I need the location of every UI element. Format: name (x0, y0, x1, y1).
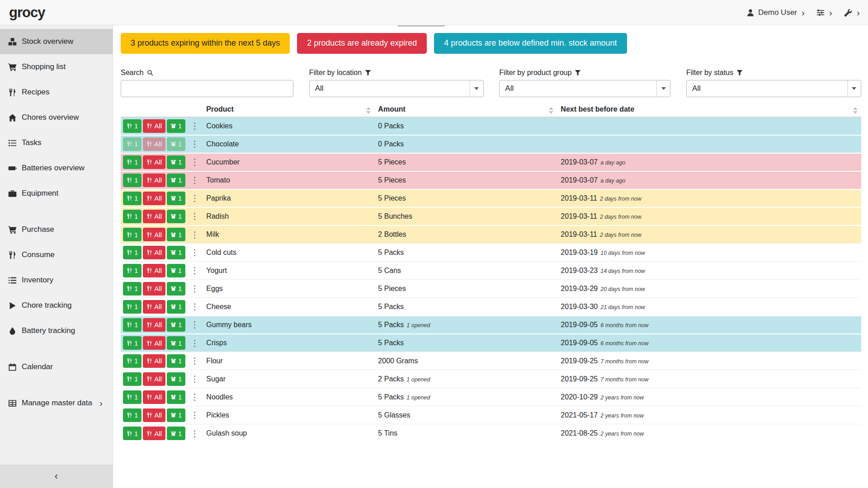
consume-one-button[interactable]: 1 (123, 174, 142, 187)
user-menu[interactable]: Demo User › (746, 8, 805, 17)
open-product-button[interactable]: 1 (167, 427, 185, 440)
consume-all-button[interactable]: All (143, 427, 165, 440)
consume-one-button[interactable]: 1 (123, 282, 142, 296)
sidebar-item-battery-tracking[interactable]: Battery tracking (0, 318, 113, 343)
grocy-logo[interactable]: grocy (9, 5, 45, 21)
open-product-button[interactable]: 1 (167, 228, 185, 241)
consume-one-button[interactable]: 1 (123, 228, 142, 241)
open-product-button[interactable]: 1 (167, 119, 185, 133)
consume-one-button[interactable]: 1 (123, 318, 142, 332)
open-product-button[interactable]: 1 (167, 282, 185, 296)
consume-one-button[interactable]: 1 (123, 264, 142, 277)
consume-one-button[interactable]: 1 (123, 408, 142, 422)
row-menu-icon[interactable]: ⋮ (190, 212, 199, 221)
consume-one-button[interactable]: 1 (123, 210, 142, 223)
row-menu-icon[interactable]: ⋮ (190, 122, 199, 130)
open-product-button[interactable]: 1 (167, 174, 185, 187)
row-menu-icon[interactable]: ⋮ (190, 248, 199, 257)
amount-column-header[interactable]: Amount (374, 103, 557, 117)
consume-one-button[interactable]: 1 (123, 354, 142, 368)
sidebar-item-equipment[interactable]: Equipment (0, 181, 113, 206)
consume-one-button[interactable]: 1 (123, 155, 142, 169)
open-product-button[interactable]: 1 (167, 155, 185, 169)
open-product-button[interactable]: 1 (167, 372, 185, 386)
open-product-button[interactable]: 1 (167, 264, 185, 277)
consume-all-button[interactable]: All (143, 354, 165, 368)
row-menu-icon[interactable]: ⋮ (190, 140, 199, 148)
location-select[interactable]: All (309, 80, 484, 97)
open-product-button[interactable]: 1 (167, 246, 185, 259)
consume-all-button[interactable]: All (143, 192, 165, 205)
consume-all-button[interactable]: All (143, 228, 165, 241)
consume-all-button[interactable]: All (143, 174, 165, 187)
row-menu-icon[interactable]: ⋮ (190, 302, 199, 311)
consume-all-button[interactable]: All (143, 155, 165, 169)
consume-one-button[interactable]: 1 (123, 372, 142, 386)
consume-one-button[interactable]: 1 (123, 137, 142, 151)
expiring-alert[interactable]: 3 products expiring within the next 5 da… (121, 33, 290, 54)
open-product-button[interactable]: 1 (167, 408, 185, 422)
consume-all-button[interactable]: All (143, 137, 165, 151)
sidebar-collapse-button[interactable]: ‹ (0, 465, 113, 488)
consume-all-button[interactable]: All (143, 264, 165, 277)
sidebar-item-purchase[interactable]: Purchase (0, 217, 113, 242)
product-group-select[interactable]: All (499, 80, 670, 97)
row-menu-icon[interactable]: ⋮ (190, 230, 199, 239)
row-menu-icon[interactable]: ⋮ (190, 266, 199, 275)
open-product-button[interactable]: 1 (167, 390, 185, 404)
consume-one-button[interactable]: 1 (123, 192, 142, 205)
consume-all-button[interactable]: All (143, 246, 165, 259)
consume-one-button[interactable]: 1 (123, 246, 142, 259)
open-product-button[interactable]: 1 (167, 210, 185, 223)
consume-all-button[interactable]: All (143, 390, 165, 404)
row-menu-icon[interactable]: ⋮ (190, 158, 199, 166)
row-menu-icon[interactable]: ⋮ (190, 411, 199, 419)
status-select[interactable]: All (686, 80, 861, 97)
sidebar-item-shopping-list[interactable]: Shopping list (0, 54, 113, 80)
sidebar-item-chore-tracking[interactable]: Chore tracking (0, 293, 113, 318)
row-menu-icon[interactable]: ⋮ (190, 357, 199, 365)
open-product-button[interactable]: 1 (167, 354, 185, 368)
row-menu-icon[interactable]: ⋮ (190, 393, 199, 401)
best-before-column-header[interactable]: Next best before date (557, 103, 861, 117)
sidebar-item-batteries-overview[interactable]: Batteries overview (0, 155, 113, 181)
row-menu-icon[interactable]: ⋮ (190, 320, 199, 329)
consume-one-button[interactable]: 1 (123, 427, 142, 440)
consume-all-button[interactable]: All (143, 119, 165, 133)
consume-all-button[interactable]: All (143, 210, 165, 223)
sidebar-item-tasks[interactable]: Tasks (0, 130, 113, 155)
product-column-header[interactable]: Product (203, 103, 374, 117)
sidebar-item-chores-overview[interactable]: Chores overview (0, 105, 113, 130)
sidebar-item-stock-overview[interactable]: Stock overview (0, 29, 113, 54)
row-menu-icon[interactable]: ⋮ (190, 194, 199, 202)
open-product-button[interactable]: 1 (167, 300, 185, 314)
consume-all-button[interactable]: All (143, 372, 165, 386)
open-product-button[interactable]: 1 (167, 336, 185, 350)
settings-menu[interactable]: › (816, 8, 832, 17)
consume-one-button[interactable]: 1 (123, 390, 142, 404)
consume-one-button[interactable]: 1 (123, 300, 142, 314)
consume-all-button[interactable]: All (143, 318, 165, 332)
search-input[interactable] (121, 80, 293, 97)
open-product-button[interactable]: 1 (167, 318, 185, 332)
expired-alert[interactable]: 2 products are already expired (297, 33, 427, 54)
consume-all-button[interactable]: All (143, 300, 165, 314)
consume-one-button[interactable]: 1 (123, 336, 142, 350)
admin-menu[interactable]: › (844, 8, 860, 17)
consume-one-button[interactable]: 1 (123, 119, 142, 133)
row-menu-icon[interactable]: ⋮ (190, 176, 199, 184)
row-menu-icon[interactable]: ⋮ (190, 284, 199, 293)
open-product-button[interactable]: 1 (167, 192, 185, 205)
sidebar-item-recipes[interactable]: Recipes (0, 80, 113, 105)
consume-all-button[interactable]: All (143, 282, 165, 296)
sidebar-item-consume[interactable]: Consume (0, 242, 113, 267)
sidebar-item-inventory[interactable]: Inventory (0, 267, 113, 293)
below-min-stock-alert[interactable]: 4 products are below defined min. stock … (434, 33, 627, 54)
open-product-button[interactable]: 1 (167, 137, 185, 151)
row-menu-icon[interactable]: ⋮ (190, 429, 199, 438)
sidebar-item-calendar[interactable]: Calendar (0, 354, 113, 380)
row-menu-icon[interactable]: ⋮ (190, 375, 199, 383)
consume-all-button[interactable]: All (143, 336, 165, 350)
row-menu-icon[interactable]: ⋮ (190, 339, 199, 347)
sidebar-item-manage-master-data[interactable]: Manage master data › (0, 390, 113, 416)
